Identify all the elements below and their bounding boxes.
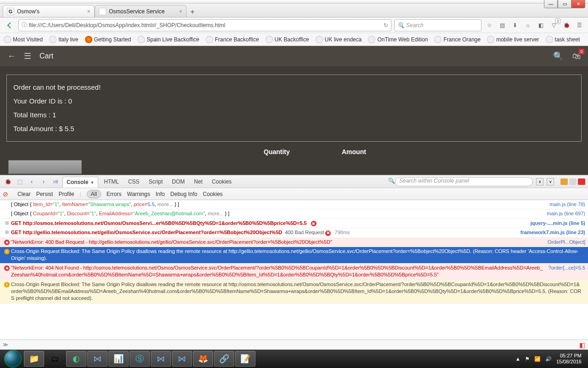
filter-cookies[interactable]: Cookies	[203, 191, 223, 197]
search-icon[interactable]: 🔍	[553, 51, 563, 61]
back-arrow-icon[interactable]: ←	[7, 52, 16, 61]
log-source[interactable]: jquery-....min.js (line 5)	[531, 220, 585, 227]
info-icon[interactable]: ⓘ	[22, 21, 27, 29]
log-row[interactable]: [ Object { Item_Id="1", ItemName="Shawar…	[0, 200, 588, 209]
reload-icon[interactable]: ↻	[384, 22, 388, 29]
devtools-minimize-button[interactable]	[560, 178, 568, 185]
bookmark-item[interactable]: France Orange	[434, 36, 481, 43]
devtools-tab-console[interactable]: Console▼	[62, 177, 98, 188]
command-editor-icon[interactable]: ◧	[579, 341, 585, 349]
url-input[interactable]: ⓘ file:///C:/Users/Dell/Desktop/OsmosApp…	[18, 19, 391, 31]
bookmark-item[interactable]: Spain Live Backoffice	[137, 36, 199, 43]
chevron-down-icon[interactable]: ▼	[90, 180, 94, 185]
log-row-error[interactable]: ⊞ GET http://gellio.telemosolutions.net/…	[0, 228, 588, 237]
window-close-button[interactable]: ✕	[571, 0, 585, 8]
log-row[interactable]: [ Object { CoupanId="1", Discount="1", E…	[0, 209, 588, 218]
devtools-search-input[interactable]: Search within Console panel	[395, 177, 533, 186]
bookmark-item[interactable]: France Backoffice	[206, 36, 259, 43]
taskbar-app[interactable]: ⋈	[172, 351, 192, 367]
firebug-icon[interactable]: 🐞	[3, 177, 13, 187]
log-source[interactable]: ?order[...ce]=5.5	[548, 264, 585, 271]
start-button[interactable]	[3, 351, 23, 367]
bookmark-item[interactable]: UK live endeca	[316, 36, 362, 43]
browser-tab-active[interactable]: G Osmow's ×	[3, 5, 95, 17]
taskbar-app[interactable]: ◐	[66, 351, 86, 367]
network-icon[interactable]: 📶	[534, 356, 541, 362]
reader-icon[interactable]: ▤	[497, 20, 507, 30]
nav-forward-icon[interactable]: ›	[39, 177, 49, 187]
expand-icon[interactable]: ⊞	[5, 220, 9, 225]
filter-warnings[interactable]: Warnings	[127, 191, 150, 197]
tray-arrow-icon[interactable]: ▲	[515, 356, 520, 362]
pocket-icon[interactable]: ▽2	[548, 20, 559, 30]
clear-button[interactable]: Clear	[17, 191, 31, 197]
persist-button[interactable]: Persist	[36, 191, 53, 197]
devtools-tab-css[interactable]: CSS	[124, 177, 143, 187]
feed-icon[interactable]: ◧	[536, 20, 546, 30]
log-source[interactable]: framework7.min.js (line 23)	[520, 229, 585, 236]
volume-icon[interactable]: 🔊	[545, 356, 552, 362]
devtools-tab-script[interactable]: Script	[145, 177, 167, 187]
taskbar-app[interactable]: Ⓢ	[130, 351, 150, 367]
bookmark-item[interactable]: OnTime Web Edition	[368, 36, 428, 43]
bookmark-item[interactable]: UK Backoffice	[266, 36, 309, 43]
log-row-warning[interactable]: Cross-Origin Request Blocked: The Same O…	[0, 280, 588, 304]
filter-errors[interactable]: Errors	[107, 191, 122, 197]
home-icon[interactable]: ⌂	[523, 20, 533, 30]
downloads-icon[interactable]: ⬇	[510, 20, 520, 30]
filter-debug[interactable]: Debug Info	[170, 191, 198, 197]
browser-tab[interactable]: OsmosService Service ×	[95, 5, 187, 17]
search-prev-button[interactable]: ∧	[536, 178, 543, 185]
back-button[interactable]	[4, 19, 16, 31]
devtools-tab-cookies[interactable]: Cookies	[208, 177, 235, 187]
bookmark-star-icon[interactable]: ☆	[484, 20, 494, 30]
taskbar-app[interactable]: 🦊	[193, 351, 213, 367]
bookmark-item[interactable]: Getting Started	[85, 36, 131, 43]
taskbar-app[interactable]: 🗂	[45, 351, 65, 367]
devtools-close-button[interactable]	[578, 178, 585, 185]
console-input[interactable]: ≫ ◧	[0, 339, 588, 350]
list-icon[interactable]: ☰	[24, 51, 31, 61]
taskbar-app[interactable]: 📁	[24, 351, 44, 367]
taskbar-app[interactable]: ⋈	[151, 351, 171, 367]
log-source[interactable]: main.js (line 78)	[549, 201, 585, 208]
search-next-button[interactable]: ∨	[547, 178, 554, 185]
log-source[interactable]: main.js (line 697)	[547, 210, 585, 217]
cart-icon[interactable]: 🛍0	[572, 52, 581, 61]
devtools-tab-html[interactable]: HTML	[100, 177, 123, 187]
window-maximize-button[interactable]: ▭	[558, 0, 571, 8]
tab-close-icon[interactable]: ×	[87, 8, 90, 15]
filter-all[interactable]: All	[87, 190, 101, 198]
firebug-icon[interactable]: 🐞	[561, 20, 571, 30]
log-source[interactable]: OrderPl...Object]	[548, 239, 585, 246]
system-tray[interactable]: ▲ ⚑ 📶 🔊 05:27 PM 15/08/2016	[515, 353, 585, 365]
menu-icon[interactable]: ☰	[574, 20, 584, 30]
taskbar-app[interactable]: 📝	[235, 351, 255, 367]
bookmark-item[interactable]: Most Visited	[4, 36, 43, 43]
filter-info[interactable]: Info	[156, 191, 165, 197]
log-row-error[interactable]: ⊞ GET http://osmos.telemosolutions.net/O…	[0, 219, 588, 228]
log-row-error[interactable]: "NetworkError: 404 Not Found - http://os…	[0, 264, 588, 280]
profile-button[interactable]: Profile	[58, 191, 74, 197]
new-tab-button[interactable]: +	[187, 7, 198, 17]
bookmark-item[interactable]: mobile live server	[487, 36, 539, 43]
inspect-icon[interactable]: ⬚	[15, 177, 25, 187]
action-center-icon[interactable]: ⚑	[525, 356, 530, 362]
devtools-popout-button[interactable]	[569, 178, 577, 185]
bookmark-item[interactable]: Italy live	[49, 36, 78, 43]
devtools-tab-net[interactable]: Net	[190, 177, 206, 187]
search-input[interactable]: 🔍 Search	[394, 19, 481, 31]
nav-back-icon[interactable]: ‹	[27, 177, 37, 187]
log-row-warning-selected[interactable]: Cross-Origin Request Blocked: The Same O…	[0, 247, 588, 264]
stop-icon[interactable]: ⊘	[3, 190, 12, 198]
command-icon[interactable]: ›≡	[51, 177, 61, 187]
taskbar-app[interactable]: 🔗	[214, 351, 234, 367]
taskbar-app[interactable]: ⋈	[87, 351, 107, 367]
window-minimize-button[interactable]: —	[544, 0, 558, 8]
tab-close-icon[interactable]: ×	[179, 8, 182, 15]
bookmark-item[interactable]: task sheet	[546, 36, 580, 43]
taskbar-app[interactable]: 📊	[108, 351, 129, 367]
expand-icon[interactable]: ⊞	[5, 230, 9, 235]
log-row-error[interactable]: "NetworkError: 400 Bad Request - http://…	[0, 238, 588, 247]
taskbar-clock[interactable]: 05:27 PM 15/08/2016	[556, 353, 582, 365]
